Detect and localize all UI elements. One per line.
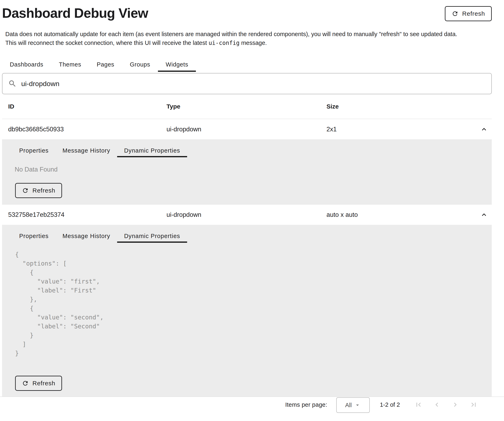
items-per-page-label: Items per page:	[285, 401, 327, 408]
refresh-button-label: Refresh	[32, 380, 55, 387]
next-page-button[interactable]	[446, 397, 464, 412]
main-tab-bar: Dashboards Themes Pages Groups Widgets	[2, 57, 492, 72]
tab-widgets[interactable]: Widgets	[158, 57, 196, 72]
tab-properties[interactable]: Properties	[12, 144, 55, 157]
widget-id: db9bc36685c50933	[8, 126, 167, 133]
refresh-icon	[451, 10, 458, 17]
table-row[interactable]: db9bc36685c50933 ui-dropdown 2x1	[2, 119, 492, 139]
chevron-right-icon	[451, 401, 459, 409]
table-header-row: ID Type Size	[2, 94, 492, 119]
description: Data does not automatically update for e…	[5, 30, 492, 47]
description-line-2: This will reconnect the socket connectio…	[5, 39, 492, 47]
tab-dynamic-properties[interactable]: Dynamic Properties	[117, 229, 187, 243]
expansion-panel: Properties Message History Dynamic Prope…	[2, 139, 492, 204]
widget-type: ui-dropdown	[167, 126, 326, 133]
chevron-up-icon	[480, 125, 488, 133]
refresh-icon	[22, 187, 29, 194]
tab-properties[interactable]: Properties	[12, 229, 55, 243]
description-line-1: Data does not automatically update for e…	[5, 30, 492, 39]
collapse-row-button[interactable]	[480, 211, 488, 219]
tab-message-history[interactable]: Message History	[55, 229, 117, 243]
search-input[interactable]	[21, 80, 486, 88]
paginator: Items per page: All 1-2 of 2	[0, 397, 504, 412]
page-size-value: All	[345, 402, 352, 409]
no-data-text: No Data Found	[15, 166, 484, 173]
chevron-up-icon	[480, 211, 488, 219]
column-header-size: Size	[326, 103, 478, 110]
panel-refresh-button[interactable]: Refresh	[15, 183, 62, 198]
collapse-row-button[interactable]	[480, 125, 488, 133]
widget-type: ui-dropdown	[167, 211, 326, 219]
first-page-button[interactable]	[409, 397, 428, 412]
first-page-icon	[414, 401, 423, 409]
chevron-left-icon	[433, 401, 441, 409]
page-size-select[interactable]: All	[336, 397, 370, 413]
refresh-icon	[22, 380, 29, 387]
page: Dashboard Debug View Refresh Data does n…	[0, 5, 504, 397]
panel-refresh-button[interactable]: Refresh	[15, 376, 62, 391]
detail-tab-bar: Properties Message History Dynamic Prope…	[12, 144, 484, 157]
search-icon	[8, 79, 17, 88]
search-field	[2, 73, 492, 94]
tab-dynamic-properties[interactable]: Dynamic Properties	[117, 144, 187, 157]
page-title: Dashboard Debug View	[2, 5, 148, 21]
tab-groups[interactable]: Groups	[122, 57, 158, 72]
paginator-nav	[409, 397, 483, 412]
ui-config-code: ui-config	[209, 40, 240, 46]
tab-pages[interactable]: Pages	[89, 57, 122, 72]
refresh-button-label: Refresh	[462, 10, 485, 17]
detail-tab-bar: Properties Message History Dynamic Prope…	[12, 229, 484, 243]
tab-dashboards[interactable]: Dashboards	[2, 57, 51, 72]
column-header-type: Type	[167, 103, 326, 110]
previous-page-button[interactable]	[428, 397, 446, 412]
last-page-button[interactable]	[464, 397, 483, 412]
tab-themes[interactable]: Themes	[51, 57, 89, 72]
refresh-button-label: Refresh	[32, 187, 55, 194]
widget-size: 2x1	[326, 126, 478, 133]
tab-message-history[interactable]: Message History	[55, 144, 117, 157]
top-bar: Dashboard Debug View Refresh	[2, 5, 492, 21]
column-header-id: ID	[8, 103, 167, 110]
refresh-button[interactable]: Refresh	[445, 6, 492, 21]
dropdown-arrow-icon	[354, 402, 361, 408]
widget-size: auto x auto	[326, 211, 478, 219]
expansion-panel: Properties Message History Dynamic Prope…	[2, 225, 492, 397]
table-row[interactable]: 532758e17eb25374 ui-dropdown auto x auto	[2, 204, 492, 225]
dynamic-properties-json: { "options": [ { "value": "first", "labe…	[15, 250, 484, 358]
page-range-label: 1-2 of 2	[380, 401, 400, 408]
last-page-icon	[469, 401, 478, 409]
widget-id: 532758e17eb25374	[8, 211, 167, 219]
